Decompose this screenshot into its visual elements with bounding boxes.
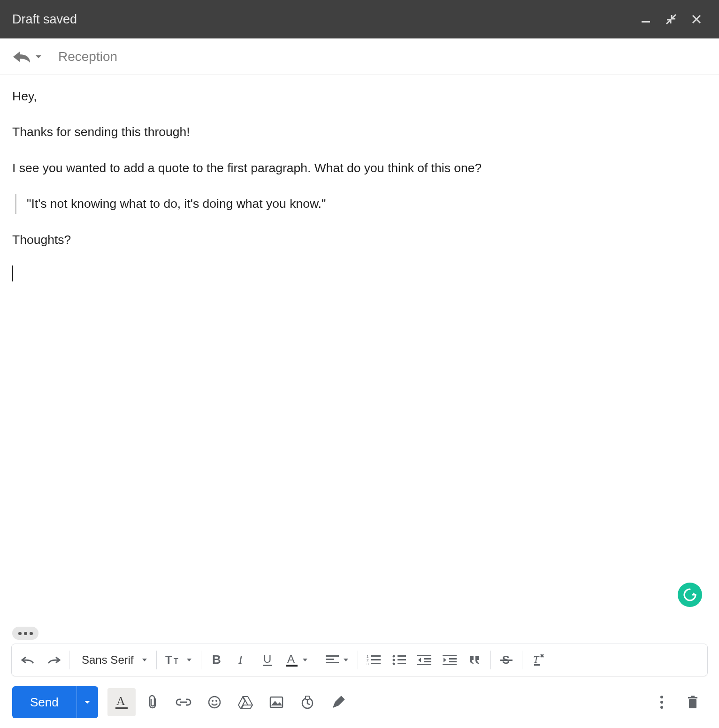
subject-text[interactable]: Reception (58, 49, 117, 64)
svg-rect-9 (326, 655, 339, 657)
svg-rect-8 (286, 665, 298, 667)
separator (317, 651, 317, 669)
svg-point-44 (660, 696, 663, 698)
underline-button[interactable]: U (255, 646, 280, 674)
svg-point-45 (660, 701, 663, 704)
undo-button[interactable] (15, 646, 41, 674)
separator (201, 651, 201, 669)
grammarly-badge[interactable] (678, 583, 702, 607)
svg-point-39 (212, 700, 214, 702)
indent-more-icon (443, 654, 457, 666)
caret-down-icon (186, 658, 192, 662)
svg-rect-25 (424, 658, 431, 660)
send-options-button[interactable] (76, 686, 98, 718)
svg-text:T: T (533, 653, 540, 665)
underline-icon: U (262, 653, 273, 667)
emoji-icon (207, 695, 222, 709)
svg-rect-47 (689, 699, 696, 708)
body-line: Thoughts? (12, 230, 707, 250)
more-options-button[interactable] (648, 688, 676, 716)
font-size-icon: TT (165, 653, 182, 667)
close-button[interactable] (686, 9, 707, 30)
drive-icon (238, 696, 253, 709)
indent-less-icon (417, 654, 431, 666)
numbered-list-button[interactable]: 123 (361, 646, 386, 674)
svg-rect-10 (326, 659, 334, 660)
text-color-button[interactable]: A (280, 646, 314, 674)
svg-text:3: 3 (367, 662, 369, 666)
paperclip-icon (147, 695, 158, 710)
svg-rect-0 (642, 21, 650, 23)
insert-link-button[interactable] (169, 688, 198, 716)
svg-text:A: A (287, 653, 295, 665)
svg-rect-15 (371, 655, 381, 657)
ellipsis-icon (18, 632, 33, 635)
subject-row: Reception (0, 38, 719, 75)
show-trimmed-button[interactable] (12, 627, 38, 640)
remove-format-button[interactable]: T (525, 646, 551, 674)
popout-button[interactable] (661, 9, 681, 30)
formatting-options-button[interactable]: A (107, 688, 136, 716)
svg-rect-22 (398, 659, 406, 660)
svg-text:A: A (116, 695, 125, 708)
image-icon (269, 696, 283, 708)
blockquote: "It's not knowing what to do, it's doing… (15, 194, 707, 213)
redo-icon (46, 655, 61, 665)
align-button[interactable] (320, 646, 355, 674)
italic-button[interactable]: I (229, 646, 255, 674)
indent-less-button[interactable] (412, 646, 437, 674)
svg-rect-29 (449, 658, 457, 660)
svg-rect-37 (115, 707, 128, 709)
remove-format-icon: T (531, 653, 544, 667)
svg-text:T: T (174, 657, 178, 665)
svg-rect-23 (398, 663, 406, 664)
insert-emoji-button[interactable] (200, 688, 229, 716)
svg-rect-11 (326, 662, 339, 663)
bulleted-list-icon (392, 654, 406, 666)
align-icon (326, 654, 339, 666)
pen-icon (332, 696, 345, 709)
svg-rect-30 (449, 661, 457, 662)
insert-photo-button[interactable] (262, 688, 291, 716)
confidential-mode-button[interactable] (293, 688, 321, 716)
font-family-button[interactable]: Sans Serif (72, 646, 153, 674)
body-line: Hey, (12, 86, 707, 106)
separator (156, 651, 157, 669)
link-icon (176, 698, 191, 707)
svg-text:B: B (212, 653, 221, 667)
quote-button[interactable] (462, 646, 488, 674)
send-button[interactable]: Send (12, 686, 76, 718)
caret-down-icon (35, 54, 42, 60)
svg-rect-6 (263, 665, 272, 666)
quote-text: "It's not knowing what to do, it's doing… (27, 197, 326, 211)
strikethrough-icon: S (500, 653, 512, 667)
svg-rect-21 (398, 655, 406, 657)
insert-signature-button[interactable] (324, 688, 352, 716)
svg-rect-35 (534, 664, 540, 666)
attach-button[interactable] (138, 688, 167, 716)
svg-text:T: T (165, 653, 172, 666)
kebab-icon (660, 695, 664, 709)
grammarly-icon (682, 587, 697, 602)
svg-point-40 (215, 700, 217, 702)
svg-point-46 (660, 706, 663, 709)
bold-button[interactable]: B (204, 646, 229, 674)
window-title: Draft saved (12, 12, 77, 27)
strikethrough-button[interactable]: S (494, 646, 519, 674)
font-size-button[interactable]: TT (160, 646, 198, 674)
svg-rect-31 (443, 664, 457, 665)
svg-rect-26 (424, 661, 431, 662)
indent-more-button[interactable] (437, 646, 462, 674)
redo-button[interactable] (41, 646, 66, 674)
discard-draft-button[interactable] (679, 688, 707, 716)
message-body[interactable]: Hey, Thanks for sending this through! I … (0, 75, 719, 627)
bulleted-list-button[interactable] (386, 646, 412, 674)
italic-icon: I (237, 653, 248, 667)
insert-drive-button[interactable] (231, 688, 260, 716)
text-cursor (12, 265, 13, 281)
reply-type-button[interactable] (12, 50, 42, 64)
text-format-icon: A (115, 695, 128, 710)
body-line: I see you wanted to add a quote to the f… (12, 158, 707, 178)
svg-point-20 (392, 663, 395, 665)
minimize-button[interactable] (635, 9, 656, 30)
